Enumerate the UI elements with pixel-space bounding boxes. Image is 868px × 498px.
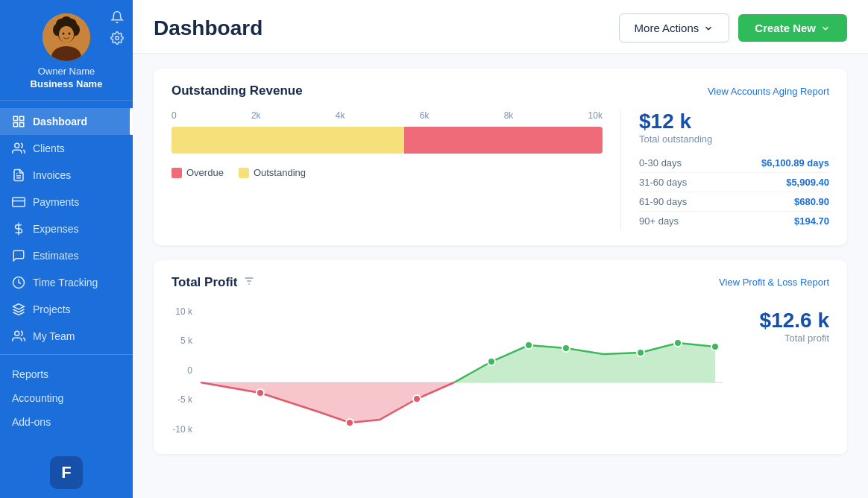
svg-point-30 — [257, 389, 264, 397]
svg-point-36 — [637, 349, 644, 356]
profit-summary: $12.6 k Total profit — [740, 302, 829, 344]
svg-point-37 — [674, 339, 682, 347]
sidebar-item-label: Time Tracking — [33, 277, 98, 289]
sidebar-item-accounting[interactable]: Accounting — [0, 386, 133, 410]
filter-icon[interactable] — [243, 275, 255, 290]
total-profit-card: Total Profit View Profit & Loss Report 1… — [154, 260, 847, 454]
aging-row-2: 61-90 days $680.90 — [639, 192, 829, 212]
sidebar-divider — [0, 354, 133, 355]
invoices-icon — [12, 168, 25, 182]
overdue-legend-item: Overdue — [172, 167, 224, 178]
my-team-icon — [12, 330, 25, 343]
svg-point-25 — [15, 331, 19, 335]
outstanding-legend-item: Outstanding — [239, 167, 306, 178]
chevron-down-icon — [820, 23, 831, 34]
view-accounts-aging-link[interactable]: View Accounts Aging Report — [708, 86, 829, 97]
sidebar-item-my-team[interactable]: My Team — [0, 323, 133, 350]
avatar[interactable] — [43, 13, 90, 61]
clients-icon — [12, 142, 25, 155]
overdue-legend-dot — [172, 168, 182, 178]
svg-rect-16 — [13, 123, 17, 127]
sidebar-item-estimates[interactable]: Estimates — [0, 242, 133, 269]
aging-value: $6,100.89 days — [761, 157, 829, 168]
projects-icon — [12, 303, 25, 316]
bar-outstanding — [172, 127, 404, 154]
create-new-button[interactable]: Create New — [738, 14, 847, 42]
revenue-total-amount: $12 k — [639, 110, 829, 133]
svg-rect-14 — [20, 116, 24, 120]
profit-chart-container: 10 k 5 k 0 -5 k -10 k — [172, 302, 829, 439]
svg-rect-20 — [13, 198, 25, 207]
sidebar-item-label: Invoices — [33, 169, 71, 181]
sidebar-item-label: Clients — [33, 142, 65, 154]
sidebar-item-time-tracking[interactable]: Time Tracking — [0, 269, 133, 296]
sidebar-item-label: Estimates — [33, 250, 78, 262]
svg-rect-13 — [13, 116, 17, 120]
svg-point-10 — [59, 26, 74, 42]
svg-point-38 — [711, 343, 719, 350]
revenue-summary: $12 k Total outstanding 0-30 days $6,100… — [620, 110, 829, 230]
sidebar-item-dashboard[interactable]: Dashboard — [0, 108, 133, 135]
sidebar-nav: Dashboard Clients Invoices Payments — [0, 101, 133, 447]
svg-point-12 — [69, 33, 71, 35]
revenue-chart-area: 0 2k 4k 6k 8k 10k — [172, 110, 829, 230]
revenue-bar-section: 0 2k 4k 6k 8k 10k — [172, 110, 603, 230]
more-actions-button[interactable]: More Actions — [619, 13, 730, 42]
page-title: Dashboard — [154, 16, 262, 40]
revenue-bar-track — [172, 127, 603, 154]
aging-label: 90+ days — [639, 215, 679, 227]
time-tracking-icon — [12, 276, 25, 289]
sidebar-item-clients[interactable]: Clients — [0, 135, 133, 162]
sidebar-item-invoices[interactable]: Invoices — [0, 162, 133, 189]
sidebar-item-expenses[interactable]: Expenses — [0, 215, 133, 242]
svg-point-33 — [488, 358, 495, 365]
sidebar-item-reports[interactable]: Reports — [0, 362, 133, 386]
profit-chart-svg-wrapper — [198, 302, 725, 439]
outstanding-legend-dot — [239, 168, 249, 178]
svg-point-11 — [63, 33, 65, 35]
revenue-total-label: Total outstanding — [639, 133, 829, 145]
sidebar-item-projects[interactable]: Projects — [0, 296, 133, 323]
bar-legend: Overdue Outstanding — [172, 167, 603, 178]
settings-icon[interactable] — [110, 31, 124, 45]
svg-rect-15 — [20, 123, 24, 127]
expenses-icon — [12, 222, 25, 236]
profit-chart-svg — [198, 302, 725, 436]
profit-card-header: Total Profit — [172, 275, 255, 290]
owner-name: Owner Name — [38, 66, 95, 77]
view-profit-loss-link[interactable]: View Profit & Loss Report — [719, 277, 829, 288]
svg-marker-24 — [13, 304, 25, 310]
sidebar-item-label: My Team — [33, 330, 75, 342]
dashboard-icon — [12, 115, 25, 128]
sidebar-item-label: Reports — [12, 368, 48, 380]
outstanding-legend-label: Outstanding — [254, 167, 306, 178]
business-name: Business Name — [31, 78, 103, 89]
bar-overdue — [404, 127, 603, 154]
outstanding-revenue-card: Outstanding Revenue View Accounts Aging … — [154, 69, 847, 245]
svg-point-35 — [562, 344, 570, 352]
total-profit-title: Total Profit — [172, 275, 237, 290]
topbar: Dashboard More Actions Create New — [133, 0, 868, 54]
y-axis-labels: 10 k 5 k 0 -5 k -10 k — [172, 302, 198, 439]
sidebar-item-label: Expenses — [33, 223, 78, 235]
sidebar-item-payments[interactable]: Payments — [0, 189, 133, 215]
payments-icon — [12, 195, 25, 209]
sidebar-item-label: Add-ons — [12, 416, 51, 428]
outstanding-revenue-title: Outstanding Revenue — [172, 83, 303, 98]
sidebar-item-add-ons[interactable]: Add-ons — [0, 410, 133, 434]
topbar-actions: More Actions Create New — [619, 13, 847, 42]
sidebar-profile-section: Owner Name Business Name — [0, 0, 133, 101]
aging-row-3: 90+ days $194.70 — [639, 212, 829, 230]
freshbooks-logo: F — [50, 456, 83, 489]
aging-value: $5,909.40 — [786, 177, 829, 188]
estimates-icon — [12, 249, 25, 262]
main-content: Dashboard More Actions Create New Outsta… — [133, 0, 868, 498]
sidebar-item-label: Dashboard — [33, 116, 87, 127]
sidebar-footer: F — [0, 447, 133, 498]
notification-icon[interactable] — [110, 10, 124, 24]
aging-label: 61-90 days — [639, 196, 687, 207]
sidebar-item-label: Projects — [33, 303, 71, 315]
svg-point-17 — [15, 143, 19, 148]
svg-point-31 — [346, 419, 353, 426]
overdue-legend-label: Overdue — [186, 167, 224, 178]
